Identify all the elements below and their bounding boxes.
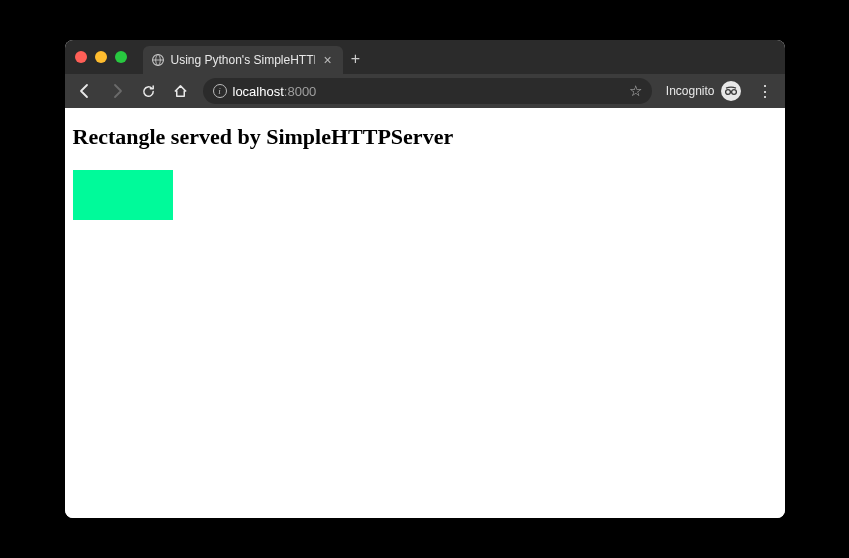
site-info-icon[interactable]: i [213,84,227,98]
traffic-lights [75,51,127,63]
close-tab-icon[interactable]: × [321,52,335,68]
close-window-button[interactable] [75,51,87,63]
url-port: :8000 [284,84,317,99]
kebab-menu-button[interactable]: ⋮ [751,77,779,105]
globe-icon [151,53,165,67]
url-host: localhost [233,84,284,99]
green-rectangle [73,170,173,220]
svg-point-3 [725,90,730,95]
browser-window: Using Python's SimpleHTTPSe × + i localh… [65,40,785,518]
tab-title: Using Python's SimpleHTTPSe [171,53,315,67]
new-tab-button[interactable]: + [343,50,369,68]
incognito-indicator: Incognito [660,81,747,101]
incognito-icon [721,81,741,101]
tab-strip: Using Python's SimpleHTTPSe × + [65,40,785,74]
browser-tab[interactable]: Using Python's SimpleHTTPSe × [143,46,343,74]
reload-button[interactable] [135,77,163,105]
titlebar: Using Python's SimpleHTTPSe × + i localh… [65,40,785,108]
forward-button[interactable] [103,77,131,105]
bookmark-star-icon[interactable]: ☆ [629,82,642,100]
svg-point-4 [731,90,736,95]
maximize-window-button[interactable] [115,51,127,63]
page-heading: Rectangle served by SimpleHTTPServer [73,124,777,150]
toolbar: i localhost:8000 ☆ Incognito ⋮ [65,74,785,108]
incognito-label: Incognito [666,84,715,98]
home-button[interactable] [167,77,195,105]
page-viewport: Rectangle served by SimpleHTTPServer [65,108,785,518]
address-bar[interactable]: i localhost:8000 ☆ [203,78,652,104]
minimize-window-button[interactable] [95,51,107,63]
url-text: localhost:8000 [233,84,317,99]
back-button[interactable] [71,77,99,105]
